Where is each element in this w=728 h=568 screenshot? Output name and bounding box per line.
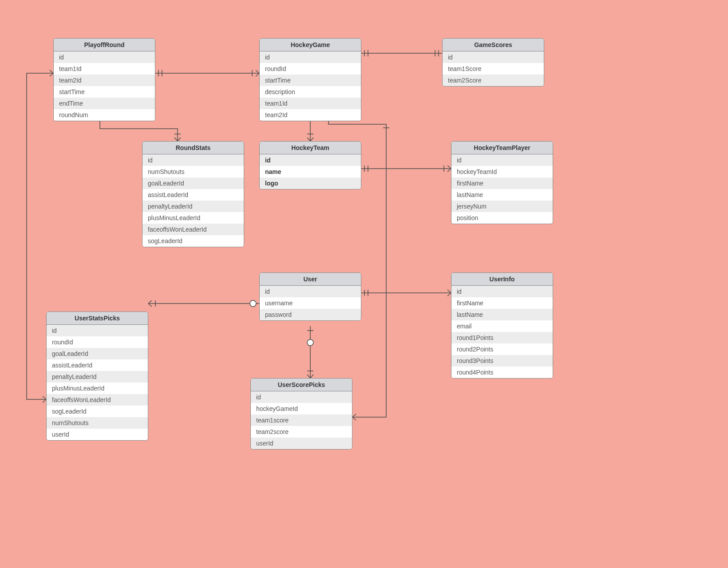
field-row: roundId bbox=[260, 63, 361, 75]
entity-rows: idfirstNamelastNameemailround1Pointsroun… bbox=[451, 286, 553, 378]
field-row: goalLeaderId bbox=[142, 178, 244, 189]
field-row: faceoffsWonLeaderId bbox=[142, 224, 244, 235]
svg-line-25 bbox=[447, 166, 451, 169]
field-row: round4Points bbox=[451, 367, 553, 378]
field-row: id bbox=[54, 51, 155, 63]
entity-header: HockeyGame bbox=[260, 39, 361, 51]
entity-header: User bbox=[260, 273, 361, 286]
field-row: email bbox=[451, 320, 553, 332]
field-row: startTime bbox=[260, 75, 361, 86]
field-row: id bbox=[142, 154, 244, 166]
field-row: endTime bbox=[54, 98, 155, 109]
field-row: penaltyLeaderId bbox=[142, 201, 244, 212]
field-row: description bbox=[260, 86, 361, 98]
svg-point-36 bbox=[250, 300, 256, 307]
field-row: jerseyNum bbox=[451, 201, 553, 212]
entity-rows: idhockeyTeamIdfirstNamelastNamejerseyNum… bbox=[451, 154, 553, 224]
field-row: username bbox=[260, 297, 361, 309]
svg-line-43 bbox=[307, 375, 310, 378]
entity-header: GameScores bbox=[443, 39, 544, 51]
field-row: round1Points bbox=[451, 332, 553, 343]
svg-line-4 bbox=[256, 73, 259, 76]
field-row: team1score bbox=[251, 414, 352, 426]
entity-header: HockeyTeam bbox=[260, 142, 361, 154]
field-row: team1Id bbox=[54, 63, 155, 75]
field-row: id bbox=[251, 391, 352, 403]
field-row: id bbox=[451, 286, 553, 297]
entity-user: User idusernamepassword bbox=[259, 272, 361, 321]
field-row: assistLeaderId bbox=[47, 359, 148, 371]
field-row: hockeyTeamId bbox=[451, 166, 553, 178]
field-row: sogLeaderId bbox=[142, 235, 244, 247]
field-row: roundNum bbox=[54, 109, 155, 121]
entity-rows: idroundIdgoalLeaderIdassistLeaderIdpenal… bbox=[47, 325, 148, 440]
svg-line-3 bbox=[256, 70, 259, 73]
entity-rows: idteam1Scoreteam2Score bbox=[443, 51, 544, 86]
field-row: plusMinusLeaderId bbox=[47, 383, 148, 394]
svg-line-14 bbox=[178, 138, 181, 141]
field-row: team2score bbox=[251, 426, 352, 438]
svg-line-31 bbox=[447, 293, 451, 296]
field-row: id bbox=[443, 51, 544, 63]
field-row: team2Score bbox=[443, 75, 544, 86]
entity-header: UserInfo bbox=[451, 273, 553, 286]
svg-line-49 bbox=[43, 399, 46, 402]
field-row: penaltyLeaderId bbox=[47, 371, 148, 383]
field-row: firstName bbox=[451, 178, 553, 189]
field-row: id bbox=[260, 51, 361, 63]
entity-hockeygame: HockeyGame idroundIdstartTimedescription… bbox=[259, 38, 361, 121]
svg-line-19 bbox=[307, 138, 310, 141]
entity-rows: idnamelogo bbox=[260, 154, 361, 189]
field-row: round2Points bbox=[451, 343, 553, 355]
entity-header: UserScorePicks bbox=[251, 379, 352, 391]
field-row: lastName bbox=[451, 309, 553, 320]
svg-line-38 bbox=[148, 304, 152, 307]
field-row: id bbox=[260, 154, 361, 166]
svg-line-13 bbox=[174, 138, 178, 141]
svg-line-44 bbox=[310, 375, 313, 378]
entity-rows: idusernamepassword bbox=[260, 286, 361, 320]
field-row: plusMinusLeaderId bbox=[142, 212, 244, 224]
field-row: round3Points bbox=[451, 355, 553, 367]
entity-userstatspicks: UserStatsPicks idroundIdgoalLeaderIdassi… bbox=[46, 312, 148, 441]
field-row: faceoffsWonLeaderId bbox=[47, 394, 148, 406]
field-row: numShutouts bbox=[47, 417, 148, 429]
entity-rows: idhockeyGameIdteam1scoreteam2scoreuserId bbox=[251, 391, 352, 449]
svg-line-47 bbox=[50, 73, 53, 76]
svg-line-50 bbox=[352, 414, 356, 417]
field-row: team2Id bbox=[54, 75, 155, 86]
field-row: id bbox=[47, 325, 148, 336]
field-row: sogLeaderId bbox=[47, 406, 148, 417]
svg-line-46 bbox=[50, 70, 53, 73]
field-row: userId bbox=[251, 438, 352, 449]
field-row: position bbox=[451, 212, 553, 224]
svg-line-48 bbox=[43, 396, 46, 399]
field-row: team2Id bbox=[260, 109, 361, 121]
field-row: numShutouts bbox=[142, 166, 244, 178]
entity-playoffround: PlayoffRound idteam1Idteam2IdstartTimeen… bbox=[53, 38, 155, 121]
entity-rows: idteam1Idteam2IdstartTimeendTimeroundNum bbox=[54, 51, 155, 121]
entity-rows: idnumShutoutsgoalLeaderIdassistLeaderIdp… bbox=[142, 154, 244, 247]
field-row: firstName bbox=[451, 297, 553, 309]
field-row: password bbox=[260, 309, 361, 320]
field-row: roundId bbox=[47, 336, 148, 348]
entity-hockeyteam: HockeyTeam idnamelogo bbox=[259, 141, 361, 189]
field-row: startTime bbox=[54, 86, 155, 98]
field-row: id bbox=[451, 154, 553, 166]
entity-rows: idroundIdstartTimedescriptionteam1Idteam… bbox=[260, 51, 361, 121]
entity-roundstats: RoundStats idnumShutoutsgoalLeaderIdassi… bbox=[142, 141, 244, 247]
entity-header: UserStatsPicks bbox=[47, 312, 148, 325]
entity-header: RoundStats bbox=[142, 142, 244, 154]
entity-gamescores: GameScores idteam1Scoreteam2Score bbox=[442, 38, 544, 87]
field-row: hockeyGameId bbox=[251, 403, 352, 414]
field-row: id bbox=[260, 286, 361, 297]
svg-line-37 bbox=[148, 300, 152, 304]
field-row: name bbox=[260, 166, 361, 178]
field-row: userId bbox=[47, 429, 148, 440]
svg-line-26 bbox=[447, 169, 451, 172]
svg-point-41 bbox=[307, 339, 313, 346]
svg-line-20 bbox=[310, 138, 313, 141]
entity-hockeyteamplayer: HockeyTeamPlayer idhockeyTeamIdfirstName… bbox=[451, 141, 553, 224]
field-row: team1Score bbox=[443, 63, 544, 75]
field-row: team1Id bbox=[260, 98, 361, 109]
